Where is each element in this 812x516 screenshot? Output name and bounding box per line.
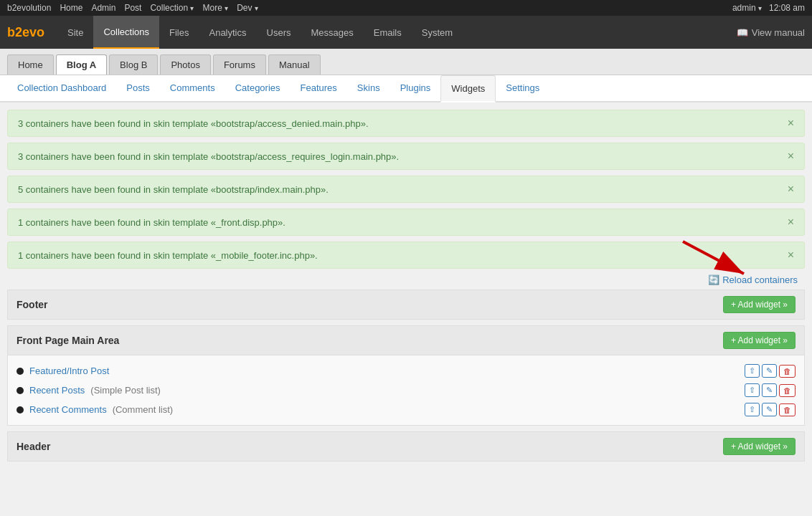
tab-photos[interactable]: Photos: [160, 54, 210, 75]
footer-section: Footer + Add widget »: [7, 290, 805, 320]
alert-2-close[interactable]: ×: [788, 150, 794, 162]
nav-site[interactable]: Site: [57, 16, 93, 49]
reload-row: 🔄 Reload containers: [7, 274, 805, 285]
nav-analytics[interactable]: Analytics: [199, 16, 256, 49]
nav-messages[interactable]: Messages: [301, 16, 363, 49]
widget-recent-posts-delete[interactable]: 🗑: [779, 384, 796, 397]
front-page-add-widget-button[interactable]: + Add widget »: [723, 332, 796, 349]
nav-system[interactable]: System: [412, 16, 463, 49]
tab-manual[interactable]: Manual: [268, 54, 321, 75]
widget-featured-edit[interactable]: ✎: [762, 364, 777, 378]
header-section-title: Header: [16, 441, 50, 452]
view-manual-link[interactable]: 📖 View manual: [737, 27, 805, 38]
widget-recent-comments-delete[interactable]: 🗑: [779, 403, 796, 416]
nav-files[interactable]: Files: [159, 16, 199, 49]
sys-bar-left: b2evolution Home Admin Post Collection ▾…: [7, 3, 258, 13]
widget-recent-comments-edit[interactable]: ✎: [762, 403, 777, 416]
alert-1-close[interactable]: ×: [788, 118, 794, 129]
sub-nav: Collection Dashboard Posts Comments Cate…: [0, 75, 812, 102]
widget-recent-posts-edit[interactable]: ✎: [762, 383, 777, 397]
tab-blog-a[interactable]: Blog A: [56, 54, 107, 75]
widget-recent-comments-link[interactable]: Recent Comments: [29, 404, 107, 415]
alert-3-text: 5 containers have been found in skin tem…: [18, 184, 329, 195]
sys-nav-more[interactable]: More ▾: [202, 3, 228, 13]
subnav-categories[interactable]: Categories: [225, 75, 291, 102]
widget-bullet-3: [16, 406, 24, 414]
tab-blog-b[interactable]: Blog B: [109, 54, 158, 75]
widget-row-recent-comments: Recent Comments (Comment list) ⇧ ✎ 🗑: [16, 400, 796, 419]
alert-5-wrapper: 1 containers have been found in skin tem…: [7, 242, 805, 269]
nav-brand[interactable]: b2evo: [7, 25, 44, 40]
subnav-features[interactable]: Features: [291, 75, 347, 102]
reload-containers-link[interactable]: 🔄 Reload containers: [708, 274, 798, 285]
subnav-skins[interactable]: Skins: [347, 75, 390, 102]
alert-5-close[interactable]: ×: [788, 249, 794, 261]
widget-featured-move-up[interactable]: ⇧: [745, 364, 760, 378]
nav-items: Site Collections Files Analytics Users M…: [57, 16, 463, 49]
widget-bullet-1: [16, 368, 24, 375]
front-page-section: Front Page Main Area + Add widget » Feat…: [7, 325, 805, 426]
sys-nav-home[interactable]: Home: [60, 3, 82, 13]
widget-bullet-2: [16, 387, 24, 394]
header-section-header: Header + Add widget »: [7, 431, 805, 462]
sys-nav-admin[interactable]: Admin: [91, 3, 115, 13]
alert-1: 3 containers have been found in skin tem…: [7, 110, 805, 137]
alert-4-close[interactable]: ×: [788, 216, 794, 228]
alert-5: 1 containers have been found in skin tem…: [7, 242, 805, 269]
widget-featured-delete[interactable]: 🗑: [779, 365, 796, 378]
sys-nav-dev[interactable]: Dev ▾: [237, 3, 258, 13]
sys-nav-post[interactable]: Post: [124, 3, 141, 13]
front-page-widget-list: Featured/Intro Post ⇧ ✎ 🗑 Recent Posts (…: [7, 355, 805, 426]
alert-4-text: 1 containers have been found in skin tem…: [18, 217, 285, 228]
widget-row-recent-posts: Recent Posts (Simple Post list) ⇧ ✎ 🗑: [16, 381, 796, 400]
footer-section-title: Footer: [16, 299, 48, 310]
tab-row: Home Blog A Blog B Photos Forums Manual: [0, 49, 812, 75]
nav-users[interactable]: Users: [257, 16, 301, 49]
subnav-posts[interactable]: Posts: [116, 75, 160, 102]
footer-section-header: Footer + Add widget »: [7, 290, 805, 320]
widget-featured-link[interactable]: Featured/Intro Post: [29, 366, 109, 376]
widget-recent-comments-move-up[interactable]: ⇧: [745, 403, 760, 416]
front-page-section-title: Front Page Main Area: [16, 335, 119, 346]
system-bar: b2evolution Home Admin Post Collection ▾…: [0, 0, 812, 16]
alert-3: 5 containers have been found in skin tem…: [7, 176, 805, 203]
alert-2: 3 containers have been found in skin tem…: [7, 143, 805, 170]
user-label[interactable]: admin ▾: [732, 3, 762, 13]
alert-5-text: 1 containers have been found in skin tem…: [18, 250, 318, 261]
alert-1-text: 3 containers have been found in skin tem…: [18, 118, 369, 129]
widget-recent-posts-link[interactable]: Recent Posts: [29, 385, 85, 396]
subnav-collection-dashboard[interactable]: Collection Dashboard: [7, 75, 116, 102]
tab-forums[interactable]: Forums: [213, 54, 266, 75]
subnav-plugins[interactable]: Plugins: [390, 75, 441, 102]
widget-recent-posts-meta: (Simple Post list): [90, 385, 161, 396]
time-display: 12:08 am: [769, 3, 805, 13]
front-page-section-header: Front Page Main Area + Add widget »: [7, 325, 805, 355]
sys-bar-right: admin ▾ 12:08 am: [732, 3, 805, 13]
header-add-widget-button[interactable]: + Add widget »: [723, 438, 796, 455]
subnav-widgets[interactable]: Widgets: [440, 75, 496, 102]
alert-4: 1 containers have been found in skin tem…: [7, 209, 805, 236]
alert-2-text: 3 containers have been found in skin tem…: [18, 151, 399, 162]
widget-recent-posts-move-up[interactable]: ⇧: [745, 383, 760, 397]
alert-3-close[interactable]: ×: [788, 183, 794, 195]
tab-home[interactable]: Home: [7, 54, 54, 75]
subnav-comments[interactable]: Comments: [160, 75, 225, 102]
widget-featured-actions: ⇧ ✎ 🗑: [745, 364, 796, 378]
brand-link[interactable]: b2evolution: [7, 3, 51, 13]
header-section: Header + Add widget »: [7, 431, 805, 462]
footer-add-widget-button[interactable]: + Add widget »: [723, 296, 796, 313]
widget-row-featured: Featured/Intro Post ⇧ ✎ 🗑: [16, 361, 796, 381]
subnav-settings[interactable]: Settings: [496, 75, 549, 102]
widget-recent-comments-meta: (Comment list): [113, 404, 174, 415]
widget-recent-posts-actions: ⇧ ✎ 🗑: [745, 383, 796, 397]
nav-bar: b2evo Site Collections Files Analytics U…: [0, 16, 812, 49]
nav-collections[interactable]: Collections: [93, 16, 159, 49]
nav-emails[interactable]: Emails: [364, 16, 412, 49]
sys-nav-collection[interactable]: Collection ▾: [150, 3, 194, 13]
reload-icon: 🔄: [708, 274, 719, 285]
main-content: 3 containers have been found in skin tem…: [0, 102, 812, 474]
widget-recent-comments-actions: ⇧ ✎ 🗑: [745, 403, 796, 416]
